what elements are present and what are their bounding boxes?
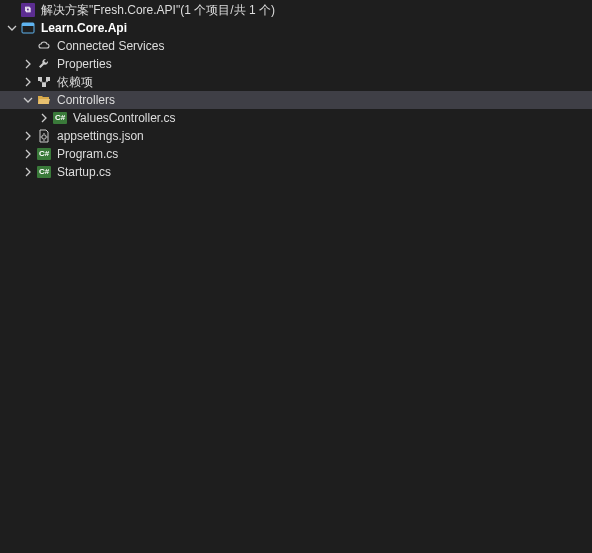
csharp-file-icon: C#	[52, 110, 68, 126]
controllers-label: Controllers	[57, 93, 115, 107]
properties-node[interactable]: Properties	[0, 55, 592, 73]
csharp-project-icon	[20, 20, 36, 36]
folder-open-icon	[36, 92, 52, 108]
csharp-file-icon: C#	[36, 164, 52, 180]
svg-rect-1	[22, 23, 34, 26]
expander-closed-icon[interactable]	[20, 146, 36, 162]
csharp-file-icon: C#	[36, 146, 52, 162]
cloud-icon	[36, 38, 52, 54]
project-label: Learn.Core.Api	[41, 21, 127, 35]
dependencies-label: 依赖项	[57, 74, 93, 91]
svg-rect-2	[38, 77, 42, 81]
startup-label: Startup.cs	[57, 165, 111, 179]
dependencies-icon	[36, 74, 52, 90]
solution-explorer: ⧉ 解决方案"Fresh.Core.API"(1 个项目/共 1 个) Lear…	[0, 0, 592, 553]
expander-closed-icon[interactable]	[36, 110, 52, 126]
expander-closed-icon[interactable]	[20, 56, 36, 72]
expander-open-icon[interactable]	[20, 92, 36, 108]
appsettings-label: appsettings.json	[57, 129, 144, 143]
values-controller-file-node[interactable]: C# ValuesController.cs	[0, 109, 592, 127]
project-node[interactable]: Learn.Core.Api	[0, 19, 592, 37]
vs-solution-icon: ⧉	[20, 2, 36, 18]
solution-node[interactable]: ⧉ 解决方案"Fresh.Core.API"(1 个项目/共 1 个)	[0, 0, 592, 19]
appsettings-file-node[interactable]: appsettings.json	[0, 127, 592, 145]
startup-file-node[interactable]: C# Startup.cs	[0, 163, 592, 181]
svg-rect-3	[46, 77, 50, 81]
solution-label: 解决方案"Fresh.Core.API"(1 个项目/共 1 个)	[41, 2, 275, 19]
wrench-icon	[36, 56, 52, 72]
values-controller-label: ValuesController.cs	[73, 111, 176, 125]
connected-services-node[interactable]: Connected Services	[0, 37, 592, 55]
blank-expander	[20, 38, 36, 54]
dependencies-node[interactable]: 依赖项	[0, 73, 592, 91]
controllers-folder-node[interactable]: Controllers	[0, 91, 592, 109]
connected-services-label: Connected Services	[57, 39, 164, 53]
properties-label: Properties	[57, 57, 112, 71]
program-file-node[interactable]: C# Program.cs	[0, 145, 592, 163]
json-settings-icon	[36, 128, 52, 144]
expander-closed-icon[interactable]	[20, 74, 36, 90]
expander-open-icon[interactable]	[4, 20, 20, 36]
program-label: Program.cs	[57, 147, 118, 161]
expander-closed-icon[interactable]	[20, 128, 36, 144]
svg-point-5	[42, 135, 46, 139]
blank-expander	[4, 2, 20, 18]
svg-rect-4	[42, 83, 46, 87]
expander-closed-icon[interactable]	[20, 164, 36, 180]
